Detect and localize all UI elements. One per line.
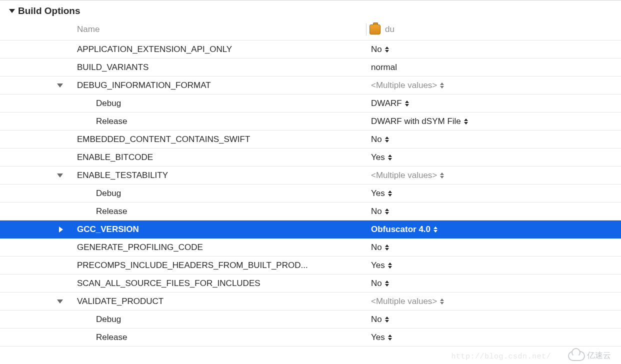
setting-row-enable-testability-debug[interactable]: DebugYes — [0, 184, 621, 202]
setting-value[interactable]: No — [366, 206, 389, 216]
stepper-icon[interactable] — [440, 82, 444, 88]
setting-value-text: <Multiple values> — [371, 296, 437, 306]
setting-name: Release — [66, 332, 366, 342]
setting-row-enable-testability[interactable]: ENABLE_TESTABILITY<Multiple values> — [0, 166, 621, 184]
setting-name: Debug — [66, 188, 366, 198]
setting-name: Debug — [66, 98, 366, 108]
row-gutter — [0, 84, 66, 88]
setting-value-text: DWARF with dSYM File — [371, 116, 461, 126]
setting-value-text: normal — [371, 62, 397, 72]
stepper-icon[interactable] — [388, 334, 392, 340]
setting-name: SCAN_ALL_SOURCE_FILES_FOR_INCLUDES — [66, 278, 366, 288]
stepper-icon[interactable] — [385, 316, 389, 322]
setting-row-enable-testability-release[interactable]: ReleaseNo — [0, 202, 621, 220]
setting-row-debug-info[interactable]: DEBUG_INFORMATION_FORMAT<Multiple values… — [0, 76, 621, 94]
stepper-icon[interactable] — [434, 226, 438, 232]
setting-name: ENABLE_TESTABILITY — [66, 170, 366, 180]
setting-value[interactable]: Yes — [366, 260, 392, 270]
setting-value-text: No — [371, 44, 382, 54]
stepper-icon[interactable] — [440, 172, 444, 178]
disclosure-down-icon[interactable] — [57, 84, 63, 88]
setting-row-scan-all[interactable]: SCAN_ALL_SOURCE_FILES_FOR_INCLUDESNo — [0, 274, 621, 292]
stepper-icon[interactable] — [388, 154, 392, 160]
setting-value[interactable]: No — [366, 314, 389, 324]
stepper-icon[interactable] — [385, 208, 389, 214]
setting-value[interactable]: DWARF — [366, 98, 409, 108]
setting-value[interactable]: No — [366, 278, 389, 288]
setting-value[interactable]: <Multiple values> — [366, 296, 444, 306]
setting-name: Release — [66, 206, 366, 216]
stepper-icon[interactable] — [388, 190, 392, 196]
setting-name: GENERATE_PROFILING_CODE — [66, 242, 366, 252]
setting-value-text: Yes — [371, 260, 385, 270]
setting-value-text: <Multiple values> — [371, 80, 437, 90]
setting-name: DEBUG_INFORMATION_FORMAT — [66, 80, 366, 90]
stepper-icon[interactable] — [388, 262, 392, 268]
column-header: Name du — [0, 20, 621, 40]
setting-name: PRECOMPS_INCLUDE_HEADERS_FROM_BUILT_PROD… — [66, 260, 366, 270]
stepper-icon[interactable] — [405, 100, 409, 106]
disclosure-down-icon[interactable] — [57, 174, 63, 178]
briefcase-icon — [370, 24, 380, 34]
setting-value[interactable]: No — [366, 242, 389, 252]
settings-table: APPLICATION_EXTENSION_API_ONLYNoBUILD_VA… — [0, 40, 621, 346]
row-gutter — [0, 226, 66, 232]
disclosure-down-icon — [9, 9, 15, 13]
target-name: du — [385, 24, 394, 34]
setting-value-text: Yes — [371, 152, 385, 162]
setting-row-build-variants[interactable]: BUILD_VARIANTSnormal — [0, 58, 621, 76]
setting-value-text: Obfuscator 4.0 — [371, 224, 430, 234]
setting-row-enable-bitcode[interactable]: ENABLE_BITCODEYes — [0, 148, 621, 166]
setting-value[interactable]: DWARF with dSYM File — [366, 116, 468, 126]
setting-value[interactable]: No — [366, 44, 389, 54]
setting-name: BUILD_VARIANTS — [66, 62, 366, 72]
setting-row-gen-profiling[interactable]: GENERATE_PROFILING_CODENo — [0, 238, 621, 256]
setting-row-debug-info-debug[interactable]: DebugDWARF — [0, 94, 621, 112]
setting-name: Debug — [66, 314, 366, 324]
setting-value[interactable]: normal — [366, 62, 397, 72]
setting-value[interactable]: No — [366, 134, 389, 144]
stepper-icon[interactable] — [385, 280, 389, 286]
setting-value-text: Yes — [371, 188, 385, 198]
stepper-icon[interactable] — [464, 118, 468, 124]
setting-value-text: No — [371, 242, 382, 252]
stepper-icon[interactable] — [385, 136, 389, 142]
row-gutter — [0, 300, 66, 304]
setting-name: EMBEDDED_CONTENT_CONTAINS_SWIFT — [66, 134, 366, 144]
row-gutter — [0, 174, 66, 178]
setting-row-debug-info-release[interactable]: ReleaseDWARF with dSYM File — [0, 112, 621, 130]
setting-value-text: No — [371, 278, 382, 288]
setting-value[interactable]: Yes — [366, 152, 392, 162]
stepper-icon[interactable] — [385, 46, 389, 52]
section-header[interactable]: Build Options — [0, 0, 621, 20]
setting-value[interactable]: <Multiple values> — [366, 80, 444, 90]
section-title: Build Options — [18, 6, 80, 16]
setting-value-text: DWARF — [371, 98, 402, 108]
disclosure-down-icon[interactable] — [57, 300, 63, 304]
disclosure-right-icon[interactable] — [59, 226, 63, 232]
setting-row-precomps[interactable]: PRECOMPS_INCLUDE_HEADERS_FROM_BUILT_PROD… — [0, 256, 621, 274]
setting-value[interactable]: Obfuscator 4.0 — [366, 224, 438, 234]
column-name: Name — [0, 24, 366, 34]
column-target: du — [366, 24, 394, 36]
setting-value[interactable]: Yes — [366, 332, 392, 342]
stepper-icon[interactable] — [440, 298, 444, 304]
setting-name: APPLICATION_EXTENSION_API_ONLY — [66, 44, 366, 54]
setting-name: ENABLE_BITCODE — [66, 152, 366, 162]
setting-value-text: No — [371, 134, 382, 144]
setting-row-gcc-version[interactable]: GCC_VERSIONObfuscator 4.0 — [0, 220, 621, 238]
setting-value[interactable]: Yes — [366, 188, 392, 198]
setting-row-validate-product-release[interactable]: ReleaseYes — [0, 328, 621, 346]
setting-row-app-ext[interactable]: APPLICATION_EXTENSION_API_ONLYNo — [0, 40, 621, 58]
setting-row-embedded-swift[interactable]: EMBEDDED_CONTENT_CONTAINS_SWIFTNo — [0, 130, 621, 148]
setting-value-text: No — [371, 314, 382, 324]
setting-name: GCC_VERSION — [66, 224, 366, 234]
setting-row-validate-product[interactable]: VALIDATE_PRODUCT<Multiple values> — [0, 292, 621, 310]
setting-value[interactable]: <Multiple values> — [366, 170, 444, 180]
setting-row-validate-product-debug[interactable]: DebugNo — [0, 310, 621, 328]
setting-value-text: No — [371, 206, 382, 216]
setting-value-text: Yes — [371, 332, 385, 342]
stepper-icon[interactable] — [385, 244, 389, 250]
setting-name: VALIDATE_PRODUCT — [66, 296, 366, 306]
setting-value-text: <Multiple values> — [371, 170, 437, 180]
